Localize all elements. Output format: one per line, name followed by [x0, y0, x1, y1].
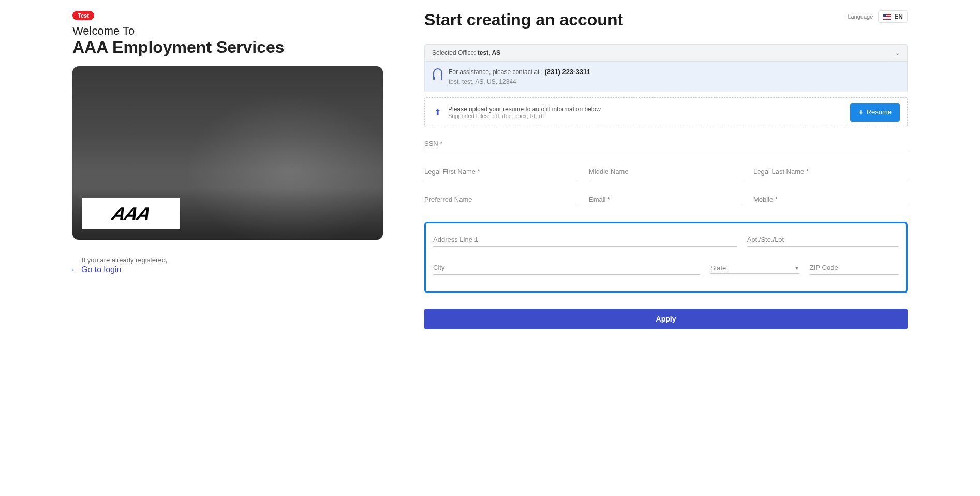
assistance-address: test, test, AS, US, 12344	[449, 77, 590, 86]
apply-button[interactable]: Apply	[424, 309, 908, 329]
mobile-input[interactable]	[753, 194, 908, 207]
assistance-prefix: For assistance, please contact at :	[449, 68, 544, 76]
assistance-phone: (231) 223-3311	[544, 68, 590, 76]
apt-input[interactable]	[747, 234, 899, 247]
language-selector[interactable]: EN	[878, 10, 908, 23]
resume-upload-panel: ⬆ Please upload your resume to autofill …	[424, 97, 908, 127]
upload-sub-text: Supported Files: pdf, doc, docx, txt, rt…	[448, 113, 843, 119]
logo-text: AAA	[109, 203, 152, 225]
assistance-panel: For assistance, please contact at : (231…	[424, 62, 908, 92]
zip-input[interactable]	[810, 261, 899, 275]
logo-box: AAA	[82, 198, 180, 229]
state-label: State	[710, 264, 726, 272]
arrow-left-icon: ←	[70, 265, 78, 274]
headset-icon	[433, 68, 442, 78]
go-to-login-link[interactable]: ← Go to login	[70, 265, 383, 274]
email-input[interactable]	[589, 194, 743, 207]
upload-icon: ⬆	[434, 107, 441, 117]
resume-button-label: Resume	[867, 108, 892, 116]
welcome-text: Welcome To	[72, 24, 383, 38]
plus-icon: +	[858, 108, 863, 117]
ssn-input[interactable]	[424, 138, 908, 151]
language-value: EN	[894, 13, 903, 20]
office-value: test, AS	[478, 49, 500, 56]
already-registered-text: If you are already registered,	[82, 256, 383, 264]
state-select[interactable]: State ▼	[710, 261, 799, 274]
preferred-name-input[interactable]	[424, 194, 578, 207]
company-name: AAA Employment Services	[72, 38, 383, 57]
hero-image: AAA	[72, 66, 383, 240]
city-input[interactable]	[433, 261, 700, 275]
login-link-label: Go to login	[81, 265, 121, 274]
address-line-1-input[interactable]	[433, 234, 737, 247]
upload-main-text: Please upload your resume to autofill in…	[448, 106, 843, 113]
last-name-input[interactable]	[753, 166, 908, 179]
language-label: Language	[848, 13, 873, 20]
page-title: Start creating an account	[424, 10, 623, 30]
chevron-down-icon: ⌄	[895, 50, 900, 56]
office-label: Selected Office:	[432, 49, 478, 56]
address-highlight-box: Address Line 1 Apt./Ste./Lot City State	[424, 222, 908, 293]
resume-upload-button[interactable]: + Resume	[850, 103, 900, 122]
selected-office-dropdown[interactable]: Selected Office: test, AS ⌄	[424, 44, 908, 62]
us-flag-icon	[883, 14, 891, 20]
test-badge: Test	[72, 11, 94, 20]
middle-name-input[interactable]	[589, 166, 743, 179]
first-name-input[interactable]	[424, 166, 578, 179]
caret-down-icon: ▼	[794, 265, 799, 271]
